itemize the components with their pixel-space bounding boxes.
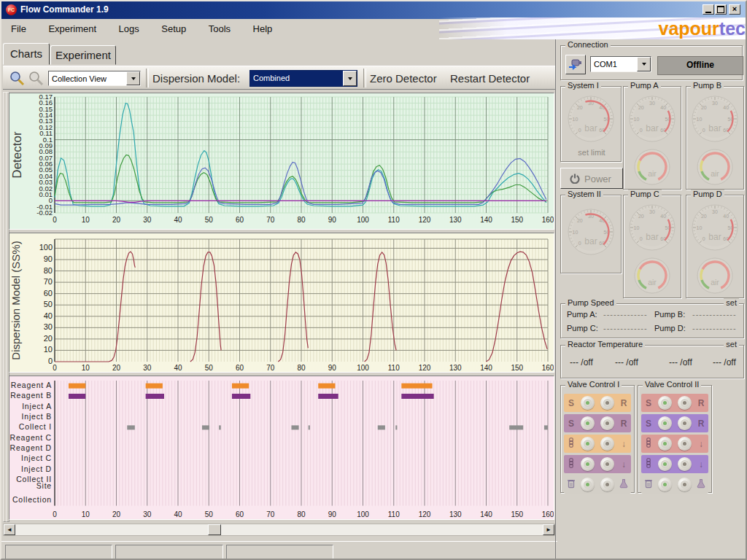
valve-knob-right[interactable] [678, 396, 692, 410]
reactor4-temp-value: --- /off [713, 357, 736, 368]
reactor-temperature-group: Reactor Temperature set --- /off --- /of… [560, 345, 744, 378]
valve-knob-left[interactable] [581, 416, 595, 430]
svg-text:40: 40 [174, 510, 182, 518]
menu-help[interactable]: Help [244, 19, 282, 39]
power-button[interactable]: Power [560, 168, 623, 189]
valve-knob-left[interactable] [581, 457, 595, 471]
svg-text:60: 60 [236, 364, 244, 372]
valve-knob-right[interactable] [600, 457, 614, 471]
arrow-down-icon: ↓ [619, 439, 628, 449]
svg-text:0: 0 [53, 364, 57, 372]
dispersion-select-dropdown-button[interactable] [343, 71, 357, 86]
tab-experiment[interactable]: Experiment [50, 45, 116, 65]
svg-text:40: 40 [174, 364, 182, 372]
tab-charts[interactable]: Charts [3, 43, 50, 65]
pump-d-title: Pump D [691, 190, 724, 198]
pump-speed-set-button[interactable]: set [724, 298, 739, 307]
dispersion-model-select[interactable]: Combined [249, 70, 357, 87]
window-title: Flow Commander 1.9 [20, 4, 109, 15]
valve-knob-left[interactable] [658, 478, 672, 491]
connect-button[interactable] [565, 55, 586, 74]
pump-c-speed-value: ------------- [603, 324, 648, 332]
zoom-out-icon[interactable] [28, 70, 44, 87]
valve-knob-left[interactable] [658, 416, 672, 430]
menu-setup[interactable]: Setup [152, 19, 196, 39]
chart-toolbar: Collection View Dispersion Model: Combin… [3, 66, 555, 90]
svg-text:30: 30 [649, 101, 655, 106]
svg-text:70: 70 [266, 364, 275, 372]
com-port-dropdown-button[interactable] [637, 57, 651, 71]
coil-icon [567, 438, 576, 450]
com-port-select[interactable]: COM1 [590, 56, 651, 72]
svg-text:130: 130 [449, 510, 462, 518]
menu-tools[interactable]: Tools [199, 19, 240, 39]
svg-text:Site: Site [36, 481, 52, 490]
view-select[interactable]: Collection View [48, 71, 141, 86]
coil-icon [644, 438, 653, 450]
connection-status-button[interactable]: Offline [657, 56, 743, 75]
svg-text:bar: bar [584, 236, 597, 246]
valve-knob-left[interactable] [658, 396, 672, 410]
svg-text:140: 140 [480, 510, 492, 518]
valve-knob-left[interactable] [658, 457, 672, 471]
svg-text:100: 100 [357, 216, 369, 224]
valve-knob-right[interactable] [600, 416, 614, 430]
valve-knob-left[interactable] [581, 396, 595, 410]
svg-text:-0.02: -0.02 [36, 209, 53, 217]
zoom-in-icon[interactable] [9, 70, 26, 87]
valve-label-r: R [619, 398, 628, 408]
zero-detector-button[interactable]: Zero Detector [370, 67, 437, 90]
maximize-button[interactable] [715, 4, 727, 15]
svg-text:bar: bar [584, 123, 597, 133]
svg-text:air: air [711, 278, 719, 287]
valve-knob-left[interactable] [581, 478, 595, 491]
svg-text:130: 130 [449, 216, 462, 224]
set-limit-button[interactable]: set limit [561, 148, 622, 157]
valve-knob-right[interactable] [678, 437, 692, 451]
view-select-dropdown-button[interactable] [126, 71, 140, 85]
svg-text:110: 110 [388, 216, 400, 224]
scroll-right-button[interactable]: ► [543, 524, 554, 535]
valve-knob-right[interactable] [600, 478, 614, 491]
pump-c-air-gauge: air [633, 257, 671, 295]
valve-knob-right[interactable] [600, 396, 614, 410]
system1-title: System I [565, 81, 601, 90]
svg-text:30: 30 [143, 364, 152, 372]
svg-text:Inject A: Inject A [22, 402, 52, 411]
svg-text:10: 10 [573, 230, 578, 235]
reactor-temperature-set-button[interactable]: set [724, 340, 739, 349]
svg-text:40: 40 [44, 311, 53, 320]
valve-knob-right[interactable] [678, 416, 692, 430]
svg-text:0: 0 [53, 216, 57, 224]
svg-text:20: 20 [701, 214, 707, 219]
title-bar[interactable]: FC Flow Commander 1.9 × [1, 1, 747, 19]
close-icon: × [732, 4, 737, 13]
svg-text:10: 10 [697, 225, 703, 230]
close-button[interactable]: × [729, 4, 740, 15]
svg-text:10: 10 [82, 510, 90, 518]
menu-file[interactable]: File [1, 19, 36, 39]
svg-text:10: 10 [634, 117, 640, 122]
minimize-button[interactable] [703, 4, 714, 15]
pump-speed-title: Pump Speed [565, 298, 616, 307]
menu-experiment[interactable]: Experiment [39, 19, 106, 39]
valve-label-s: S [567, 419, 576, 429]
horizontal-scrollbar[interactable]: ◄ ► [3, 524, 555, 536]
valve-knob-left[interactable] [658, 437, 672, 451]
svg-text:Inject B: Inject B [22, 412, 52, 421]
valve-knob-right[interactable] [678, 478, 692, 491]
pump-a-air-gauge: air [633, 148, 671, 186]
svg-text:bar: bar [646, 123, 658, 133]
svg-text:20: 20 [701, 105, 707, 110]
logo-text-tec: tec [719, 18, 746, 39]
restart-detector-button[interactable]: Restart Detector [450, 67, 530, 90]
chevron-down-icon [131, 77, 136, 80]
scrollbar-thumb[interactable] [208, 524, 221, 535]
svg-text:Dispersion Model (SS%): Dispersion Model (SS%) [9, 241, 22, 359]
valve-knob-right[interactable] [600, 437, 614, 451]
valve-knob-left[interactable] [581, 437, 595, 451]
valve-knob-right[interactable] [678, 457, 692, 471]
menu-logs[interactable]: Logs [109, 19, 149, 39]
scroll-left-button[interactable]: ◄ [4, 524, 15, 535]
svg-text:40: 40 [660, 214, 666, 219]
